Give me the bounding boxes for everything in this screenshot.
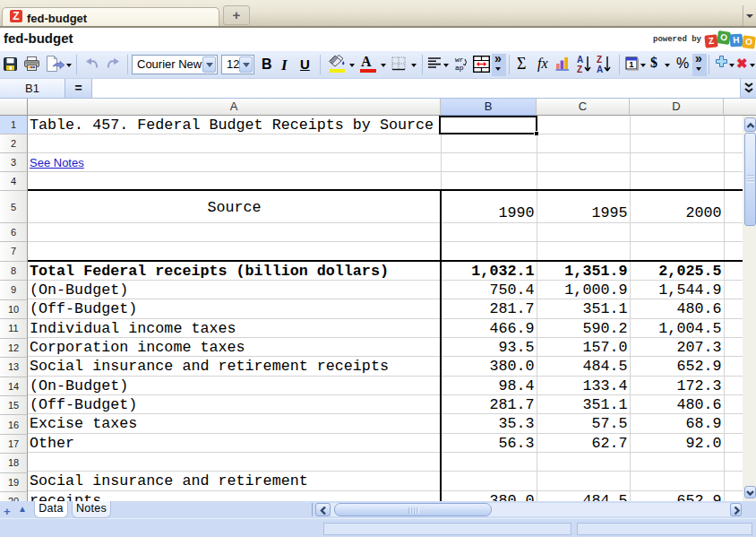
svg-text:ap: ap bbox=[455, 64, 464, 72]
svg-text:Z: Z bbox=[577, 65, 582, 74]
svg-text:wr: wr bbox=[455, 56, 464, 64]
svg-text:1: 1 bbox=[629, 59, 634, 69]
svg-text:A: A bbox=[597, 65, 603, 74]
svg-text:Z: Z bbox=[597, 55, 602, 65]
svg-text:A: A bbox=[577, 55, 583, 65]
